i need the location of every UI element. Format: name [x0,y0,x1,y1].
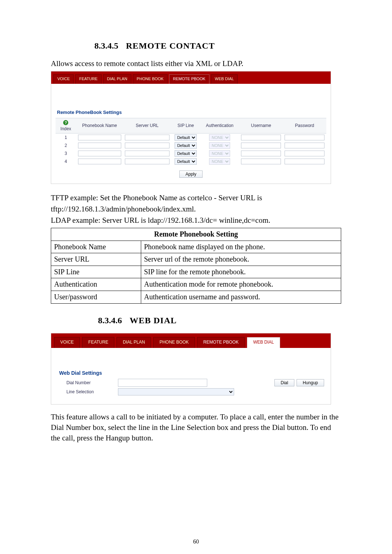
def-val: Server url of the remote phonebook. [141,253,341,266]
def-key: Authentication [51,278,141,291]
auth-select: NONE [209,142,230,149]
def-val: Authentication mode for remote phonebook… [141,278,341,291]
table-row: 1 Default NONE [56,134,326,142]
def-key: Phonebook Name [51,241,141,253]
username-input[interactable] [241,143,281,148]
col-index: Index [61,126,71,131]
def-key: User/password [51,291,141,303]
line-selection-select[interactable] [118,388,234,395]
auth-select: NONE [209,158,230,165]
section-number-2: 8.3.4.6 [98,316,122,325]
tab-web-dial[interactable]: WEB DIAL [211,74,238,84]
def-key: SIP Line [51,266,141,278]
col-auth: Authentication [200,118,239,134]
web-dial-panel: VOICE FEATURE DIAL PLAN PHONE BOOK REMOT… [51,333,331,405]
tab-remote-pbook[interactable]: REMOTE PBOOK [197,337,245,348]
tab-voice[interactable]: VOICE [54,337,80,348]
def-title: Remote Phonebook Setting [51,228,341,241]
def-key: Server URL [51,253,141,266]
section-heading-2: 8.3.4.6 WEB DIAL [51,315,341,327]
col-user: Username [239,118,283,134]
username-input[interactable] [241,151,281,156]
col-name: Phonebook Name [76,118,123,134]
server-url-input[interactable] [125,135,169,140]
row-index: 2 [56,141,76,149]
username-input[interactable] [241,135,281,140]
web-dial-description: This feature allows a call to be initiat… [51,412,341,443]
remote-pbk-caption: Remote PhoneBook Settings [57,109,326,116]
page-number: 60 [51,538,341,546]
help-icon[interactable]: ? [63,120,68,125]
row-index: 4 [56,157,76,165]
section-number-1: 8.3.4.5 [94,41,118,50]
line-selection-label: Line Selection [59,389,114,395]
server-url-input[interactable] [125,151,169,156]
tab-phone-book[interactable]: PHONE BOOK [153,337,195,348]
tab-voice[interactable]: VOICE [53,74,74,84]
tab-phone-book[interactable]: PHONE BOOK [133,74,168,84]
table-row: 3 Default NONE [56,149,326,157]
tab-dial-plan[interactable]: DIAL PLAN [117,337,151,348]
table-row: 4 Default NONE [56,157,326,165]
password-input[interactable] [285,159,324,164]
def-val: Phonebook name displayed on the phone. [141,241,341,253]
sip-line-select[interactable]: Default [175,142,197,149]
remote-pbk-table: ? Index Phonebook Name Server URL SIP Li… [56,118,326,165]
tab-feature[interactable]: FEATURE [75,74,102,84]
tab-feature[interactable]: FEATURE [82,337,114,348]
definitions-table: Remote Phonebook Setting Phonebook NameP… [51,228,341,304]
tftp-example-line2: tftp://192.168.1.3/admin/phonebook/index… [51,204,341,214]
col-pass: Password [283,118,326,134]
intro-text-1: Allows access to remote contact lists ei… [51,58,341,69]
dial-button[interactable]: Dial [274,379,294,386]
auth-select: NONE [209,150,230,157]
def-val: SIP line for the remote phonebook. [141,266,341,278]
phonebook-name-input[interactable] [78,143,121,148]
col-url: Server URL [123,118,171,134]
password-input[interactable] [285,143,324,148]
phonebook-name-input[interactable] [78,135,121,140]
ldap-example: LDAP example: Server URL is ldap://192.1… [51,215,341,226]
tab-bar-1: VOICE FEATURE DIAL PLAN PHONE BOOK REMOT… [51,71,331,84]
server-url-input[interactable] [125,143,169,148]
remote-phonebook-panel: VOICE FEATURE DIAL PLAN PHONE BOOK REMOT… [51,71,331,184]
def-val: Authentication username and password. [141,291,341,303]
dial-number-input[interactable] [118,379,207,387]
tab-remote-pbook[interactable]: REMOTE PBOOK [169,74,209,84]
section-title-2: WEB DIAL [130,316,177,325]
username-input[interactable] [241,159,281,164]
section-title-1: REMOTE CONTACT [126,41,215,50]
sip-line-select[interactable]: Default [175,134,197,141]
apply-button[interactable]: Apply [179,171,203,178]
password-input[interactable] [285,135,324,140]
phonebook-name-input[interactable] [78,151,121,156]
dial-number-label: Dial Number [59,380,114,386]
hangup-button[interactable]: Hungup [297,379,324,386]
tab-bar-2: VOICE FEATURE DIAL PLAN PHONE BOOK REMOT… [51,333,331,348]
server-url-input[interactable] [125,159,169,164]
phonebook-name-input[interactable] [78,159,121,164]
auth-select: NONE [209,134,230,141]
sip-line-select[interactable]: Default [175,158,197,165]
sip-line-select[interactable]: Default [175,150,197,157]
tftp-example-line1: TFTP example: Set the Phonebook Name as … [51,193,341,203]
row-index: 3 [56,149,76,157]
web-dial-caption: Web Dial Settings [59,370,324,377]
tab-dial-plan[interactable]: DIAL PLAN [103,74,131,84]
col-sip: SIP Line [171,118,200,134]
row-index: 1 [56,134,76,142]
tab-web-dial[interactable]: WEB DIAL [247,337,280,348]
password-input[interactable] [285,151,324,156]
table-row: 2 Default NONE [56,141,326,149]
section-heading-1: 8.3.4.5 REMOTE CONTACT [51,40,341,52]
